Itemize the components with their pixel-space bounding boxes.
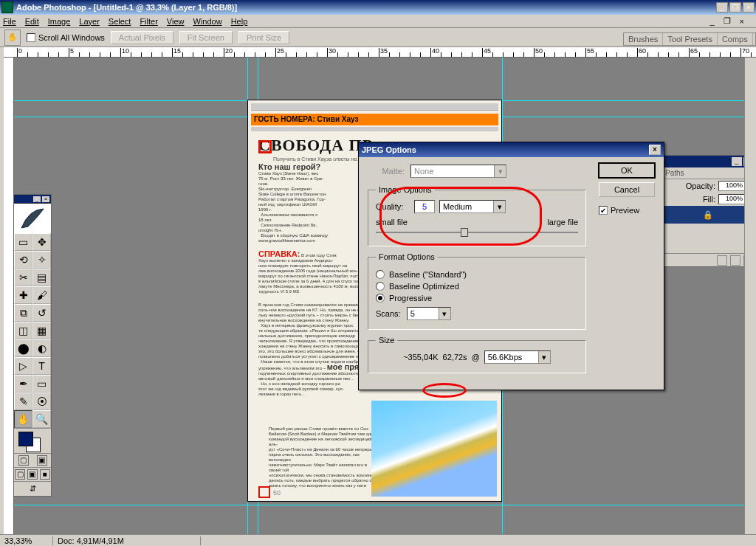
dodge-tool-icon[interactable]: ◐ xyxy=(32,339,51,357)
panel-min-icon[interactable]: _ xyxy=(732,157,742,166)
screen-mode-2-icon[interactable]: ▣ xyxy=(27,469,38,480)
print-size-button[interactable]: Print Size xyxy=(238,31,289,44)
wand-tool-icon[interactable]: ✧ xyxy=(32,251,51,269)
matte-dropdown[interactable]: None▾ xyxy=(410,165,506,178)
jpeg-options-dialog: JPEG Options × OK Cancel ✔ Preview Matte… xyxy=(358,142,664,390)
move-tool-icon[interactable]: ✥ xyxy=(32,233,51,251)
menu-select[interactable]: Select xyxy=(109,17,131,26)
scans-dropdown[interactable]: 5▾ xyxy=(407,307,451,320)
heal-tool-icon[interactable]: ✚ xyxy=(14,286,32,304)
delete-layer-icon[interactable] xyxy=(730,255,740,266)
screen-modes: ▢ ▣ ■ xyxy=(14,467,51,481)
menu-view[interactable]: View xyxy=(167,17,185,26)
app-title: Adobe Photoshop - [Untitled-1 @ 33,3% (L… xyxy=(16,3,715,12)
scroll-all-checkbox[interactable]: Scroll All Windows xyxy=(27,33,105,42)
menu-image[interactable]: Image xyxy=(48,17,71,26)
gradient-tool-icon[interactable]: ▦ xyxy=(32,322,51,339)
hand-tool-icon[interactable]: ✋ xyxy=(4,30,21,46)
eyedrop-tool-icon[interactable]: ⦿ xyxy=(32,393,51,410)
quality-slider[interactable] xyxy=(376,228,578,237)
layer-row[interactable]: 🔒 xyxy=(661,206,755,224)
format-options-group: Format Options Baseline ("Standard") Bas… xyxy=(368,252,586,330)
baseline-standard-radio[interactable]: Baseline ("Standard") xyxy=(376,270,578,279)
doc-minimize-button[interactable]: _ xyxy=(709,17,714,26)
menu-filter[interactable]: Filter xyxy=(140,17,157,26)
menu-layer[interactable]: Layer xyxy=(79,17,100,26)
pen-tool-icon[interactable]: ✒ xyxy=(14,375,32,393)
opacity-field[interactable]: 100% xyxy=(718,181,745,191)
zoom-readout[interactable]: 33,33% xyxy=(0,536,53,545)
screen-mode-1-icon[interactable]: ▢ xyxy=(15,469,25,480)
history-brush-icon[interactable]: ↺ xyxy=(32,304,51,322)
size-time: 62,72s xyxy=(443,353,467,362)
cancel-button[interactable]: Cancel xyxy=(599,182,655,197)
type-tool-icon[interactable]: T xyxy=(32,357,51,375)
doc-close-button[interactable]: × xyxy=(740,17,744,26)
baseline-optimized-radio[interactable]: Baseline Optimized xyxy=(376,282,578,291)
marquee-tool-icon[interactable]: ▭ xyxy=(14,233,32,251)
ruler-horizontal[interactable]: 0510152025303540455055606570 xyxy=(4,47,756,58)
size-value: ~355,04K xyxy=(403,353,438,362)
fill-field[interactable]: 100% xyxy=(718,194,745,204)
crop-tool-icon[interactable]: ✂ xyxy=(14,269,32,286)
path-tool-icon[interactable]: ▷ xyxy=(14,357,32,375)
stamp-tool-icon[interactable]: ⧉ xyxy=(14,304,32,322)
menu-bar: File Edit Image Layer Select Filter View… xyxy=(0,15,756,28)
quickmask-mode-icon[interactable]: ▣ xyxy=(37,455,47,466)
menu-file[interactable]: File xyxy=(3,17,16,26)
app-titlebar: Adobe Photoshop - [Untitled-1 @ 33,3% (L… xyxy=(0,0,756,15)
app-logo-icon xyxy=(1,1,13,13)
tab-comps[interactable]: Comps xyxy=(718,33,753,45)
progressive-radio[interactable]: Progressive xyxy=(376,294,578,303)
color-swatches[interactable] xyxy=(14,428,51,453)
tab-brushes[interactable]: Brushes xyxy=(624,33,663,45)
bandwidth-dropdown[interactable]: 56.6Kbps▾ xyxy=(484,350,551,364)
dialog-titlebar[interactable]: JPEG Options × xyxy=(359,142,664,157)
blur-tool-icon[interactable]: ⬤ xyxy=(14,339,32,357)
chevron-down-icon: ▾ xyxy=(538,351,550,363)
preview-checkbox[interactable]: ✔ Preview xyxy=(599,206,655,215)
hand-tool-icon[interactable]: ✋ xyxy=(14,410,32,428)
foreground-color[interactable] xyxy=(18,432,33,446)
status-bar: 33,33% Doc: 4,91M/4,91M xyxy=(0,534,756,546)
minimize-button[interactable]: _ xyxy=(716,2,728,13)
slice-tool-icon[interactable]: ▤ xyxy=(32,269,51,286)
notes-tool-icon[interactable]: ✎ xyxy=(14,393,32,410)
zoom-tool-icon[interactable]: 🔍 xyxy=(32,410,51,428)
ok-button[interactable]: OK xyxy=(599,163,655,178)
actual-pixels-button[interactable]: Actual Pixels xyxy=(111,31,173,44)
scrollbar-vertical[interactable] xyxy=(744,58,756,534)
restore-button[interactable]: ❐ xyxy=(729,2,741,13)
menu-edit[interactable]: Edit xyxy=(25,17,39,26)
fit-screen-button[interactable]: Fit Screen xyxy=(179,31,233,44)
tab-paths[interactable]: Paths xyxy=(661,167,689,179)
quality-dropdown[interactable]: Medium▾ xyxy=(439,200,506,213)
menu-help[interactable]: Help xyxy=(231,17,248,26)
screen-mode-3-icon[interactable]: ■ xyxy=(40,469,50,480)
fill-label: Fill: xyxy=(703,195,715,204)
shape-tool-icon[interactable]: ▭ xyxy=(32,375,51,393)
menu-window[interactable]: Window xyxy=(193,17,222,26)
eraser-tool-icon[interactable]: ◫ xyxy=(14,322,32,339)
doc-text: Кто наш герой? Стиви Хауз (Steve Hauz), … xyxy=(258,165,362,249)
doc-orange-bar: ГОСТЬ НОМЕРА: Стиви Хауз xyxy=(251,114,498,125)
guide-line[interactable] xyxy=(14,505,744,505)
doc-restore-button[interactable]: ❐ xyxy=(724,16,731,26)
close-button[interactable]: × xyxy=(743,2,755,13)
size-group: Size ~355,04K 62,72s @ 56.6Kbps▾ xyxy=(368,336,586,373)
doc-size-readout[interactable]: Doc: 4,91M/4,91M xyxy=(53,536,201,545)
standard-mode-icon[interactable]: ▢ xyxy=(18,455,29,466)
ruler-vertical[interactable] xyxy=(4,58,14,534)
imageready-button[interactable]: ⇵ xyxy=(14,481,51,496)
toolbox-header[interactable]: _× xyxy=(14,195,51,204)
chevron-down-icon: ▾ xyxy=(494,165,506,177)
image-options-legend: Image Options xyxy=(376,185,435,194)
new-layer-icon[interactable] xyxy=(717,255,727,266)
doc-page-number: 50 xyxy=(273,489,281,497)
quality-field[interactable] xyxy=(414,200,435,213)
lasso-tool-icon[interactable]: ⟲ xyxy=(14,251,32,269)
dialog-close-button[interactable]: × xyxy=(649,145,661,155)
layers-panel: _× Paths Opacity: 100% ▸ Fill: 100% ▸ 🔒 xyxy=(660,155,756,267)
tab-tool-presets[interactable]: Tool Presets xyxy=(663,33,718,45)
brush-tool-icon[interactable]: 🖌 xyxy=(32,286,51,304)
